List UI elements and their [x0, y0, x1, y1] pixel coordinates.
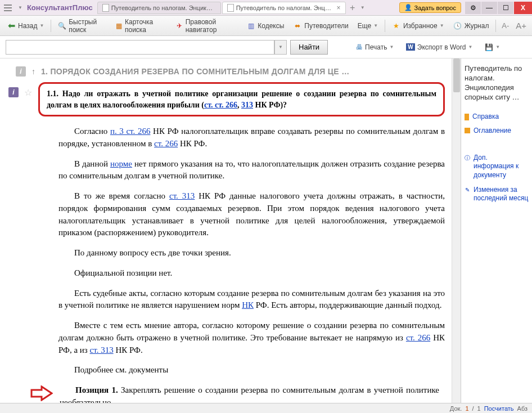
law-link[interactable]: ст. 313	[169, 191, 195, 200]
info-icon: ⓘ	[465, 155, 470, 161]
font-decrease-button[interactable]: A-	[499, 21, 511, 30]
clock-icon: 🕓	[453, 21, 462, 30]
search-dropdown[interactable]: ▼	[274, 40, 287, 55]
sidebar-addinfo-link[interactable]: ⓘ Доп. информация к документу	[465, 154, 529, 180]
law-link[interactable]: норме	[110, 159, 132, 168]
find-button[interactable]: Найти	[290, 40, 328, 55]
status-doc-label: Док.	[450, 405, 462, 412]
maximize-button[interactable]: ☐	[498, 2, 513, 14]
sidebar-link-label: Оглавление	[474, 127, 511, 136]
sidebar: Путеводитель по налогам. Энциклопедия сп…	[461, 59, 532, 403]
chevron-down-icon: ▼	[495, 44, 500, 50]
breadcrumb-row: i ↑ 1. ПОРЯДОК СОЗДАНИЯ РЕЗЕРВА ПО СОМНИ…	[16, 63, 445, 82]
search-icon: 🔍	[58, 21, 66, 30]
paragraph: Подробнее см. документы	[58, 364, 445, 376]
back-label: Назад	[18, 22, 37, 30]
tab-2-active[interactable]: Путеводитель по налогам. Энциклопедия ×	[222, 2, 346, 14]
compass-icon: ✈	[176, 21, 183, 30]
paragraph: Вместе с тем есть мнение автора, согласн…	[58, 320, 445, 356]
add-tab-button[interactable]: +	[347, 2, 358, 14]
print-label: Печать	[365, 43, 387, 51]
favorites-label: Избранное	[403, 22, 438, 30]
back-button[interactable]: ⬅ Назад ▼	[3, 20, 47, 32]
chevron-down-icon: ▼	[39, 23, 44, 28]
law-link[interactable]: ст. 266	[406, 333, 430, 342]
settings-icon[interactable]: ⚙	[465, 2, 481, 14]
person-icon: 👤	[404, 4, 412, 11]
info-icon[interactable]: i	[8, 87, 19, 97]
print-button[interactable]: 🖶 Печать ▼	[351, 42, 398, 53]
quick-search-button[interactable]: 🔍 Быстрый поиск	[55, 16, 110, 35]
searchbar: ▼ Найти 🖶 Печать ▼ W Экспорт в Word ▼ 💾 …	[0, 36, 532, 59]
journal-label: Журнал	[465, 22, 489, 30]
law-link[interactable]: ст. ст. 266	[204, 101, 237, 109]
position-row: Позиция 1. Закреплять решение о создании…	[30, 384, 445, 403]
minimize-button[interactable]: —	[481, 2, 497, 14]
tabs-dropdown-arrow[interactable]: ▼	[360, 5, 365, 10]
font-increase-button[interactable]: A+	[513, 21, 529, 30]
status-calc-link[interactable]: Посчитать	[484, 405, 514, 412]
quick-search-label: Быстрый поиск	[69, 18, 106, 34]
list-icon	[465, 128, 470, 133]
statusbar: Док. 1/1 Посчитать Абз	[0, 403, 532, 413]
document-content: i ↑ 1. ПОРЯДОК СОЗДАНИЯ РЕЗЕРВА ПО СОМНИ…	[0, 59, 461, 403]
chevron-down-icon: ▼	[440, 23, 444, 28]
law-link[interactable]: 313	[241, 101, 253, 109]
legal-nav-button[interactable]: ✈ Правовой навигатор	[173, 16, 241, 35]
journal-button[interactable]: 🕓 Журнал	[450, 20, 493, 32]
red-arrow-icon	[30, 385, 53, 401]
paragraph: Официальной позиции нет.	[58, 267, 445, 280]
sidebar-link-label: Изменения за последний месяц	[474, 186, 529, 203]
close-icon[interactable]: ×	[337, 4, 341, 12]
toolbar: ⬅ Назад ▼ 🔍 Быстрый поиск ▦ Карточка пои…	[0, 16, 532, 36]
info-icon[interactable]: i	[16, 66, 26, 77]
chevron-down-icon: ▼	[373, 23, 378, 28]
status-pos: 1	[465, 405, 468, 412]
edit-icon: ✎	[465, 187, 470, 193]
more-button[interactable]: Еще ▼	[354, 20, 381, 32]
close-button[interactable]: X	[514, 2, 532, 14]
more-label: Еще	[358, 22, 371, 30]
tab-label: Путеводитель по налогам. Энциклопедия	[236, 5, 332, 11]
search-input[interactable]	[6, 40, 274, 55]
chevron-down-icon: ▼	[389, 44, 394, 50]
sidebar-reference-link[interactable]: Справка	[465, 113, 529, 122]
card-search-button[interactable]: ▦ Карточка поиска	[112, 16, 170, 35]
menu-icon[interactable]	[2, 1, 16, 15]
ask-label: Задать вопрос	[414, 5, 456, 11]
sidebar-changes-link[interactable]: ✎ Изменения за последний месяц	[465, 186, 529, 203]
main-area: i ↑ 1. ПОРЯДОК СОЗДАНИЯ РЕЗЕРВА ПО СОМНИ…	[0, 59, 532, 403]
word-icon: W	[406, 43, 414, 51]
document-icon	[227, 4, 234, 12]
ask-question-button[interactable]: 👤 Задать вопрос	[399, 2, 461, 13]
guides-label: Путеводители	[304, 22, 348, 30]
save-button[interactable]: 💾 ▼	[480, 42, 504, 53]
codes-button[interactable]: ▥ Кодексы	[243, 20, 287, 32]
up-arrow-icon[interactable]: ↑	[31, 67, 35, 76]
paragraph: Есть судебные акты, согласно которым соз…	[58, 288, 445, 312]
law-link[interactable]: ст. 313	[90, 345, 114, 354]
menu-dropdown-arrow[interactable]: ▼	[18, 5, 22, 10]
section-title: 1.1. Надо ли отражать в учетной политике…	[47, 88, 436, 110]
scrollbar[interactable]	[452, 59, 461, 403]
sidebar-toc-link[interactable]: Оглавление	[465, 127, 529, 136]
book-icon: ▥	[246, 21, 255, 30]
paragraph: В то же время согласно ст. 313 НК РФ дан…	[58, 190, 445, 239]
legal-nav-label: Правовой навигатор	[186, 18, 238, 34]
export-word-button[interactable]: W Экспорт в Word ▼	[402, 42, 477, 53]
tab-1[interactable]: Путеводитель по налогам. Энциклопеди…	[97, 2, 221, 14]
breadcrumb[interactable]: 1. ПОРЯДОК СОЗДАНИЯ РЕЗЕРВА ПО СОМНИТЕЛЬ…	[41, 67, 349, 76]
star-outline-icon[interactable]: ☆	[24, 87, 32, 98]
law-link[interactable]: п. 3 ст. 266	[110, 127, 151, 136]
paragraph: Согласно п. 3 ст. 266 НК РФ налогоплател…	[58, 125, 445, 150]
favorites-button[interactable]: ★ Избранное ▼	[389, 20, 448, 32]
position-text: Позиция 1. Закреплять решение о создании…	[60, 384, 439, 403]
printer-icon: 🖶	[356, 43, 363, 51]
back-arrow-icon: ⬅	[7, 21, 16, 30]
codes-label: Кодексы	[258, 22, 284, 30]
scrollbar-thumb[interactable]	[453, 59, 460, 92]
status-total: 1	[477, 405, 481, 412]
guides-button[interactable]: ⬌ Путеводители	[290, 20, 351, 32]
law-link[interactable]: НК	[242, 300, 254, 309]
law-link[interactable]: ст. 266	[154, 139, 178, 148]
